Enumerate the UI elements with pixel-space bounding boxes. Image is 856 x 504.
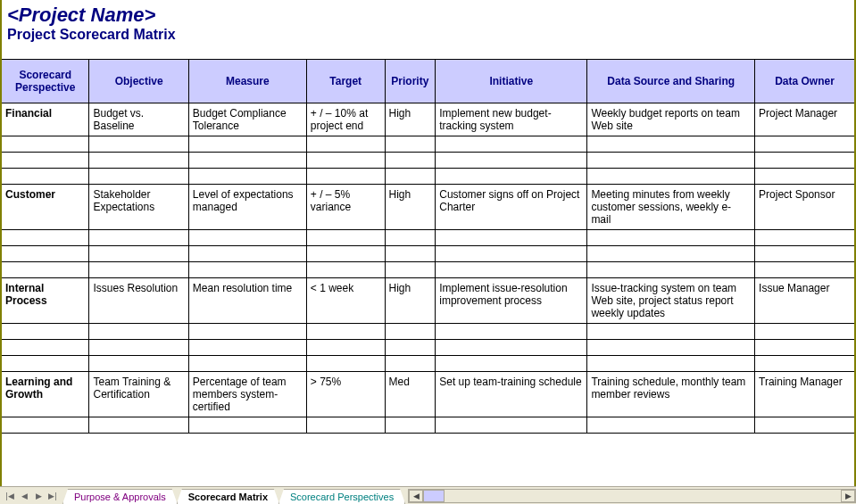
table-row-blank bbox=[2, 324, 854, 340]
tab-nav-prev-icon[interactable]: ◀ bbox=[18, 490, 30, 502]
page-title: <Project Name> bbox=[2, 0, 854, 27]
header-measure[interactable]: Measure bbox=[188, 60, 306, 103]
table-row: Internal Process Issues Resolution Mean … bbox=[2, 278, 854, 324]
cell-initiative[interactable]: Set up team-training schedule bbox=[436, 372, 587, 417]
cell-dataowner[interactable]: Project Sponsor bbox=[755, 185, 854, 230]
cell-objective[interactable]: Budget vs. Baseline bbox=[89, 103, 188, 136]
tab-nav-buttons: |◀ ◀ ▶ ▶| bbox=[0, 490, 62, 502]
tab-purpose-approvals[interactable]: Purpose & Approvals bbox=[62, 489, 178, 504]
header-objective[interactable]: Objective bbox=[89, 60, 188, 103]
cell-datasource[interactable]: Weekly budget reports on team Web site bbox=[587, 103, 755, 136]
cell-target[interactable]: > 75% bbox=[306, 372, 385, 417]
tab-scorecard-perspectives[interactable]: Scorecard Perspectives bbox=[278, 489, 405, 504]
header-initiative[interactable]: Initiative bbox=[436, 60, 587, 103]
cell-priority[interactable]: High bbox=[385, 103, 436, 136]
cell-perspective[interactable]: Financial bbox=[2, 103, 89, 136]
cell-priority[interactable]: High bbox=[385, 278, 436, 324]
header-target[interactable]: Target bbox=[306, 60, 385, 103]
cell-measure[interactable]: Budget Compliance Tolerance bbox=[188, 103, 306, 136]
table-row: Customer Stakeholder Expectations Level … bbox=[2, 185, 854, 230]
cell-perspective[interactable]: Internal Process bbox=[2, 278, 89, 324]
header-dataowner[interactable]: Data Owner bbox=[755, 60, 854, 103]
cell-datasource[interactable]: Training schedule, monthly team member r… bbox=[587, 372, 755, 417]
table-row: Learning and Growth Team Training & Cert… bbox=[2, 372, 854, 417]
worksheet-content: <Project Name> Project Scorecard Matrix … bbox=[0, 0, 856, 486]
header-priority[interactable]: Priority bbox=[385, 60, 436, 103]
cell-initiative[interactable]: Implement new budget-tracking system bbox=[436, 103, 587, 136]
cell-objective[interactable]: Team Training & Certification bbox=[89, 372, 188, 417]
cell-target[interactable]: < 1 week bbox=[306, 278, 385, 324]
cell-perspective[interactable]: Learning and Growth bbox=[2, 372, 89, 417]
cell-datasource[interactable]: Meeting minutes from weekly customer ses… bbox=[587, 185, 755, 230]
sheet-tabs-bar: |◀ ◀ ▶ ▶| Purpose & Approvals Scorecard … bbox=[0, 486, 856, 504]
cell-dataowner[interactable]: Training Manager bbox=[755, 372, 854, 417]
sheet-tabs: Purpose & Approvals Scorecard Matrix Sco… bbox=[62, 487, 404, 504]
scroll-left-icon[interactable]: ◀ bbox=[409, 490, 423, 502]
horizontal-scrollbar[interactable]: ◀ ▶ bbox=[408, 489, 856, 503]
page-subtitle: Project Scorecard Matrix bbox=[2, 27, 854, 59]
cell-measure[interactable]: Level of expectations managed bbox=[188, 185, 306, 230]
cell-objective[interactable]: Stakeholder Expectations bbox=[89, 185, 188, 230]
table-row-blank bbox=[2, 356, 854, 372]
table-header-row: Scorecard Perspective Objective Measure … bbox=[2, 60, 854, 103]
table-row-blank bbox=[2, 262, 854, 278]
cell-perspective[interactable]: Customer bbox=[2, 185, 89, 230]
cell-dataowner[interactable]: Issue Manager bbox=[755, 278, 854, 324]
tab-scorecard-matrix[interactable]: Scorecard Matrix bbox=[177, 489, 279, 504]
cell-priority[interactable]: High bbox=[385, 185, 436, 230]
header-datasource[interactable]: Data Source and Sharing bbox=[587, 60, 755, 103]
tab-nav-first-icon[interactable]: |◀ bbox=[4, 490, 16, 502]
table-row-blank bbox=[2, 153, 854, 169]
table-row-blank bbox=[2, 246, 854, 262]
scroll-thumb[interactable] bbox=[423, 490, 445, 502]
cell-measure[interactable]: Percentage of team members system-certif… bbox=[188, 372, 306, 417]
cell-objective[interactable]: Issues Resolution bbox=[89, 278, 188, 324]
tab-nav-last-icon[interactable]: ▶| bbox=[46, 490, 59, 502]
table-row-blank bbox=[2, 230, 854, 246]
cell-target[interactable]: + / – 5% variance bbox=[306, 185, 385, 230]
table-row-blank bbox=[2, 417, 854, 434]
header-perspective[interactable]: Scorecard Perspective bbox=[2, 60, 89, 103]
cell-initiative[interactable]: Implement issue-resolution improvement p… bbox=[436, 278, 587, 324]
cell-initiative[interactable]: Customer signs off on Project Charter bbox=[436, 185, 587, 230]
table-row-blank bbox=[2, 340, 854, 356]
tab-nav-next-icon[interactable]: ▶ bbox=[32, 490, 45, 502]
cell-priority[interactable]: Med bbox=[385, 372, 436, 417]
cell-dataowner[interactable]: Project Manager bbox=[755, 103, 854, 136]
table-row-blank bbox=[2, 136, 854, 153]
table-row: Financial Budget vs. Baseline Budget Com… bbox=[2, 103, 854, 136]
scorecard-table: Scorecard Perspective Objective Measure … bbox=[2, 59, 854, 434]
cell-measure[interactable]: Mean resolution time bbox=[188, 278, 306, 324]
scroll-right-icon[interactable]: ▶ bbox=[841, 490, 855, 502]
cell-datasource[interactable]: Issue-tracking system on team Web site, … bbox=[587, 278, 755, 324]
cell-target[interactable]: + / – 10% at project end bbox=[306, 103, 385, 136]
table-row-blank bbox=[2, 169, 854, 185]
